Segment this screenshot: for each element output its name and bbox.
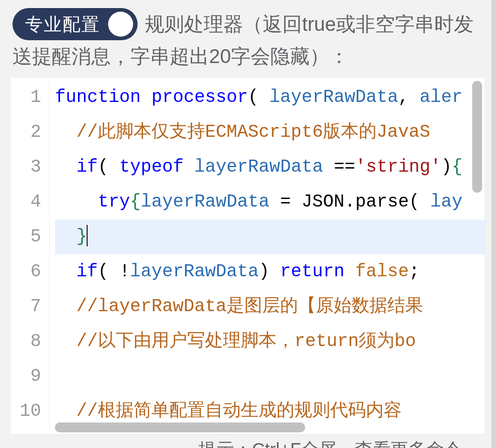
line-number: 7 bbox=[10, 289, 46, 324]
toggle-knob bbox=[108, 12, 133, 37]
header: 专业配置 规则处理器（返回true或非空字串时发送提醒消息，字串超出20字会隐藏… bbox=[0, 0, 495, 75]
line-number: 9 bbox=[10, 359, 46, 394]
code-line[interactable]: //layerRawData是图层的【原始数据结果 bbox=[55, 289, 485, 324]
horizontal-scrollbar-thumb[interactable] bbox=[55, 423, 305, 432]
line-number: 1 bbox=[10, 80, 46, 115]
pro-config-label: 专业配置 bbox=[25, 11, 100, 38]
code-line[interactable]: function processor( layerRawData, aler bbox=[55, 80, 485, 115]
line-number: 5 bbox=[10, 220, 46, 254]
line-number: 4 bbox=[10, 185, 46, 220]
code-line[interactable]: try{layerRawData = JSON.parse( lay bbox=[55, 185, 485, 220]
text-cursor bbox=[87, 225, 88, 246]
vertical-scrollbar-thumb[interactable] bbox=[472, 81, 482, 193]
line-number: 10 bbox=[10, 394, 46, 429]
line-number: 8 bbox=[10, 324, 46, 359]
code-line[interactable]: if( typeof layerRawData =='string'){ bbox=[55, 150, 485, 185]
line-number: 3 bbox=[10, 150, 46, 185]
horizontal-scrollbar[interactable] bbox=[55, 423, 484, 432]
hint-text: 提示：Ctrl+F全屏，查看更多命令。 bbox=[0, 435, 495, 448]
right-shadow bbox=[491, 0, 495, 448]
code-line[interactable]: if( !layerRawData) return false; bbox=[55, 254, 485, 289]
line-number-gutter: 12345678910 bbox=[10, 77, 50, 434]
code-line[interactable]: //此脚本仅支持ECMAScript6版本的JavaS bbox=[55, 115, 485, 150]
code-editor[interactable]: 12345678910 function processor( layerRaw… bbox=[10, 77, 485, 435]
pro-config-toggle[interactable]: 专业配置 bbox=[13, 8, 138, 40]
line-number: 6 bbox=[10, 254, 46, 289]
code-line[interactable]: //以下由用户写处理脚本，return须为bo bbox=[55, 324, 485, 359]
line-number: 2 bbox=[10, 115, 46, 150]
code-content[interactable]: function processor( layerRawData, aler /… bbox=[50, 77, 485, 434]
code-line[interactable]: } bbox=[55, 220, 485, 254]
code-line[interactable] bbox=[55, 359, 485, 394]
